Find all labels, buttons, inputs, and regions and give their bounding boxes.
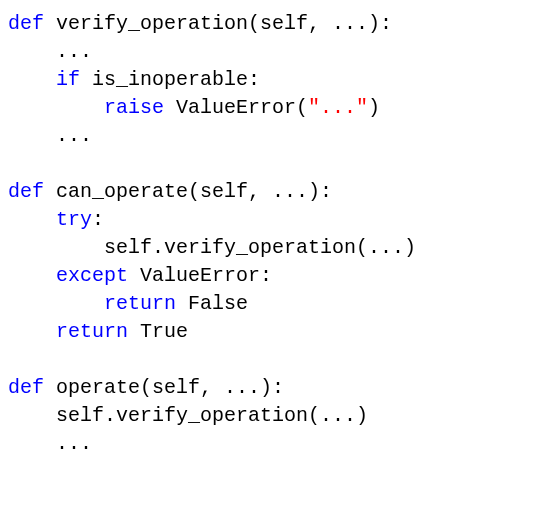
code-text: ) <box>368 96 380 119</box>
code-block: def verify_operation(self, ...): ... if … <box>0 0 556 468</box>
code-line: ... <box>8 124 92 147</box>
code-text: True <box>128 320 188 343</box>
code-text: False <box>176 292 248 315</box>
code-text: is_inoperable: <box>80 68 260 91</box>
code-text: ... <box>56 124 92 147</box>
code-text: ValueError( <box>164 96 308 119</box>
code-text: self.verify_operation(...) <box>104 236 416 259</box>
code-text: ValueError: <box>128 264 272 287</box>
keyword: def <box>8 180 44 203</box>
code-text: self.verify_operation(...) <box>56 404 368 427</box>
keyword: raise <box>104 96 164 119</box>
keyword: return <box>56 320 128 343</box>
code-line: if is_inoperable: <box>8 68 260 91</box>
code-text: : <box>92 208 104 231</box>
code-line: def operate(self, ...): <box>8 376 284 399</box>
code-line: return True <box>8 320 188 343</box>
keyword: if <box>56 68 80 91</box>
code-line: def can_operate(self, ...): <box>8 180 332 203</box>
keyword: def <box>8 12 44 35</box>
code-line: except ValueError: <box>8 264 272 287</box>
code-text: ... <box>56 432 92 455</box>
keyword: except <box>56 264 128 287</box>
code-text: can_operate(self, ...): <box>44 180 332 203</box>
keyword: try <box>56 208 92 231</box>
string-literal: "..." <box>308 96 368 119</box>
code-line: try: <box>8 208 104 231</box>
code-text: operate(self, ...): <box>44 376 284 399</box>
code-line: def verify_operation(self, ...): <box>8 12 392 35</box>
code-text: ... <box>56 40 92 63</box>
code-line: raise ValueError("...") <box>8 96 380 119</box>
code-line: ... <box>8 40 92 63</box>
code-text: verify_operation(self, ...): <box>44 12 392 35</box>
keyword: return <box>104 292 176 315</box>
code-line: return False <box>8 292 248 315</box>
code-line: self.verify_operation(...) <box>8 404 368 427</box>
keyword: def <box>8 376 44 399</box>
code-line: ... <box>8 432 92 455</box>
code-line: self.verify_operation(...) <box>8 236 416 259</box>
